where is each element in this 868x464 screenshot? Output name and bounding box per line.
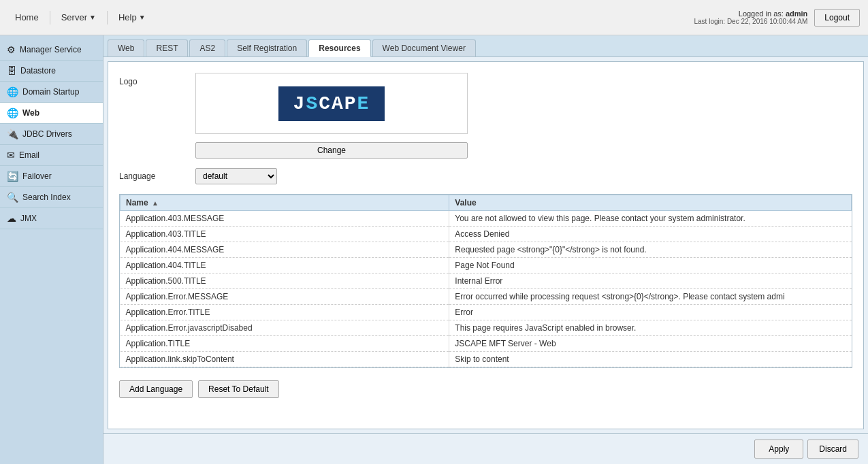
cell-name: Application.Error.MESSAGE	[120, 289, 449, 305]
language-row: Language default	[119, 168, 852, 184]
add-language-button[interactable]: Add Language	[119, 380, 193, 398]
jscape-logo-image: JSCAPE	[278, 86, 385, 121]
col-value-header[interactable]: Value	[449, 195, 852, 211]
bottom-buttons: Add Language Reset To Default	[119, 380, 852, 398]
sidebar-item-jmx[interactable]: ☁ JMX	[0, 208, 103, 229]
nav-left: Home Server ▼ Help ▼	[8, 9, 152, 26]
change-logo-button[interactable]: Change	[195, 142, 468, 159]
top-nav: Home Server ▼ Help ▼ Logged in as: admin…	[0, 0, 868, 35]
reset-to-default-button[interactable]: Reset To Default	[198, 380, 279, 398]
logo-box: JSCAPE	[195, 73, 468, 134]
footer-bar: Apply Discard	[103, 433, 868, 464]
col-name-header[interactable]: Name ▲	[120, 195, 449, 211]
content-area: Web REST AS2 Self Registration Resources…	[103, 35, 868, 464]
failover-icon: 🔄	[7, 171, 18, 182]
resources-table: Name ▲ Value Application.403.MESSAGEYou …	[120, 195, 852, 367]
sidebar: ⚙ Manager Service 🗄 Datastore 🌐 Domain S…	[0, 35, 103, 464]
cell-value: You are not allowed to view this page. P…	[449, 211, 852, 227]
domain-startup-icon: 🌐	[7, 86, 18, 97]
jmx-icon: ☁	[7, 213, 16, 224]
sidebar-item-label: Search Index	[22, 193, 71, 202]
email-icon: ✉	[7, 150, 15, 161]
logo-content: JSCAPE Change	[195, 73, 468, 159]
server-label: Server	[61, 12, 87, 22]
tab-resources[interactable]: Resources	[308, 39, 370, 57]
sidebar-item-email[interactable]: ✉ Email	[0, 145, 103, 166]
cell-value: Requested page <strong>"{0}"</strong> is…	[449, 242, 852, 258]
apply-button[interactable]: Apply	[754, 440, 803, 459]
nav-right: Logged in as: admin Last login: Dec 22, …	[694, 9, 861, 27]
tab-bar: Web REST AS2 Self Registration Resources…	[103, 35, 868, 57]
jdbc-drivers-icon: 🔌	[7, 129, 18, 139]
nav-divider-2	[107, 11, 108, 24]
sidebar-item-label: Manager Service	[20, 45, 82, 54]
home-button[interactable]: Home	[8, 9, 46, 26]
cell-value: Error	[449, 305, 852, 320]
table-header-row: Name ▲ Value	[120, 195, 852, 211]
resources-table-body: Application.403.MESSAGEYou are not allow…	[120, 211, 852, 367]
sidebar-item-label: JMX	[20, 214, 37, 223]
table-row: Application.Error.TITLEError	[120, 305, 852, 320]
sidebar-item-manager-service[interactable]: ⚙ Manager Service	[0, 39, 103, 61]
sidebar-item-label: Datastore	[20, 66, 56, 76]
help-label: Help	[118, 12, 137, 22]
cell-value: JSCAPE MFT Server - Web	[449, 336, 852, 352]
discard-button[interactable]: Discard	[807, 440, 858, 459]
sidebar-item-datastore[interactable]: 🗄 Datastore	[0, 61, 103, 82]
sidebar-item-web[interactable]: 🌐 Web	[0, 103, 103, 124]
logo-row: Logo JSCAPE Change	[119, 73, 852, 159]
table-row: Application.403.TITLEAccess Denied	[120, 227, 852, 242]
language-select[interactable]: default	[195, 168, 277, 184]
cell-value: Internal Error	[449, 274, 852, 289]
server-dropdown-arrow: ▼	[89, 14, 96, 21]
table-row: Application.Error.javascriptDisabedThis …	[120, 320, 852, 336]
table-row: Application.Error.MESSAGEError occurred …	[120, 289, 852, 305]
manager-service-icon: ⚙	[7, 44, 16, 55]
last-login-label: Last login:	[694, 18, 726, 25]
language-label: Language	[119, 171, 187, 181]
last-login-text: Last login: Dec 22, 2016 10:00:44 AM	[694, 18, 808, 25]
server-button[interactable]: Server ▼	[54, 9, 103, 26]
main-layout: ⚙ Manager Service 🗄 Datastore 🌐 Domain S…	[0, 35, 868, 464]
cell-name: Application.link.skipToContent	[120, 352, 449, 367]
sidebar-item-search-index[interactable]: 🔍 Search Index	[0, 187, 103, 208]
cell-value: Page Not Found	[449, 258, 852, 274]
logged-in-prefix: Logged in as:	[739, 10, 786, 18]
logout-button[interactable]: Logout	[814, 9, 860, 27]
tab-web[interactable]: Web	[108, 39, 144, 56]
cell-value: This page requires JavaScript enabled in…	[449, 320, 852, 336]
datastore-icon: 🗄	[7, 65, 16, 76]
logo-label: Logo	[119, 73, 187, 86]
resources-panel: Logo JSCAPE Change Language default	[108, 61, 864, 429]
cell-name: Application.403.TITLE	[120, 227, 449, 242]
admin-username: admin	[786, 10, 807, 18]
sidebar-item-label: Domain Startup	[22, 87, 79, 97]
table-row: Application.500.TITLEInternal Error	[120, 274, 852, 289]
sidebar-item-label: Failover	[22, 171, 52, 181]
nav-divider-1	[50, 11, 50, 24]
last-login-time: Dec 22, 2016 10:00:44 AM	[727, 18, 807, 25]
table-row: Application.link.skipToContentSkip to co…	[120, 352, 852, 367]
cell-name: Application.403.MESSAGE	[120, 211, 449, 227]
help-button[interactable]: Help ▼	[112, 9, 152, 26]
col-name-label: Name	[126, 198, 148, 208]
table-row: Application.403.MESSAGEYou are not allow…	[120, 211, 852, 227]
sidebar-item-failover[interactable]: 🔄 Failover	[0, 166, 103, 187]
sidebar-item-domain-startup[interactable]: 🌐 Domain Startup	[0, 82, 103, 103]
sidebar-item-jdbc-drivers[interactable]: 🔌 JDBC Drivers	[0, 124, 103, 145]
logged-in-text: Logged in as: admin	[694, 10, 808, 18]
table-row: Application.TITLEJSCAPE MFT Server - Web	[120, 336, 852, 352]
cell-name: Application.404.TITLE	[120, 258, 449, 274]
sidebar-item-label: JDBC Drivers	[22, 129, 72, 139]
cell-name: Application.Error.TITLE	[120, 305, 449, 320]
cell-value: Skip to content	[449, 352, 852, 367]
web-icon: 🌐	[7, 107, 18, 118]
cell-name: Application.500.TITLE	[120, 274, 449, 289]
tab-as2[interactable]: AS2	[189, 39, 225, 56]
tab-web-document-viewer[interactable]: Web Document Viewer	[372, 39, 476, 56]
cell-value: Access Denied	[449, 227, 852, 242]
sidebar-item-label: Email	[19, 150, 39, 160]
tab-self-registration[interactable]: Self Registration	[227, 39, 307, 56]
resources-table-wrapper: Name ▲ Value Application.403.MESSAGEYou …	[119, 194, 852, 368]
tab-rest[interactable]: REST	[146, 39, 188, 56]
